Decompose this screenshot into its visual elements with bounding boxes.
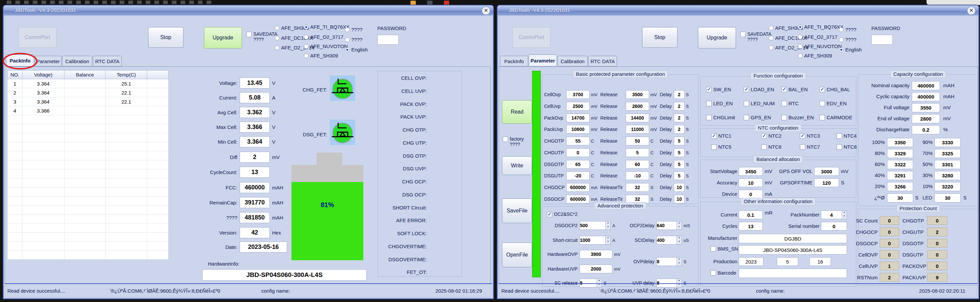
- table-row-empty[interactable]: [8, 224, 169, 232]
- release-input[interactable]: 50: [626, 137, 649, 145]
- table-row-empty[interactable]: [8, 151, 169, 161]
- value-input[interactable]: -20: [566, 172, 590, 180]
- col-balance[interactable]: Balance: [64, 70, 106, 79]
- tab-calibration[interactable]: Calibration: [62, 56, 92, 67]
- radio-selected-icon[interactable]: [798, 25, 802, 29]
- ntc1-checkbox[interactable]: NTC1: [711, 133, 731, 139]
- savefile-button[interactable]: SaveFile: [502, 199, 532, 223]
- ntc3-checkbox[interactable]: NTC3: [800, 133, 820, 139]
- commport-button[interactable]: CommPort: [512, 27, 550, 48]
- stop-button[interactable]: Stop: [148, 27, 183, 48]
- afe-radio-ti-bq76xx[interactable]: AFE_TI_BQ76XX: [304, 24, 350, 30]
- table-row-empty[interactable]: [8, 169, 169, 178]
- release-input[interactable]: 60: [626, 160, 649, 169]
- afe-radio-sh309[interactable]: AFE_SH309: [798, 53, 832, 59]
- ocp2delay-input[interactable]: 640: [657, 221, 682, 230]
- lang-radio-english[interactable]: English: [345, 47, 368, 52]
- soc-input[interactable]: 3220: [935, 182, 961, 191]
- checkbox-icon[interactable]: [781, 101, 787, 106]
- cell-table[interactable]: NO. Voltage) Balance Temp(C) 13.36425.1 …: [7, 70, 169, 259]
- radio-selected-icon[interactable]: [304, 25, 309, 29]
- checkbox-checked-icon[interactable]: [711, 133, 717, 139]
- radio-icon[interactable]: [275, 45, 279, 50]
- checkbox-icon[interactable]: [800, 144, 805, 149]
- release-input[interactable]: 11000: [626, 125, 649, 134]
- soc-input[interactable]: 3330: [935, 138, 961, 147]
- value-input[interactable]: 65: [566, 160, 590, 169]
- checkbox-icon[interactable]: [819, 115, 825, 120]
- func-gps-en[interactable]: GPS_EN: [744, 114, 771, 120]
- afe-radio-ti-bq76xx[interactable]: AFE_TI_BQ76XX: [798, 24, 844, 30]
- checkbox-checked-icon[interactable]: [706, 87, 711, 92]
- table-row[interactable]: 33.36422.1: [8, 97, 169, 106]
- gpsofftime-input[interactable]: 120: [814, 178, 839, 187]
- tab-parameter[interactable]: Parameter: [529, 54, 557, 67]
- tab-rtc-data[interactable]: RTC DATA: [93, 56, 122, 67]
- radio-selected-icon[interactable]: [345, 48, 350, 52]
- device-input[interactable]: 0: [739, 190, 763, 199]
- func-chg-bal[interactable]: CHG_BAL: [819, 86, 850, 92]
- read-button[interactable]: Read: [502, 100, 532, 124]
- ntc8-checkbox[interactable]: NTC8: [837, 144, 857, 149]
- spinner[interactable]: [676, 236, 681, 244]
- col-temp[interactable]: Temp(C): [106, 70, 147, 79]
- delay-input[interactable]: 10: [674, 195, 684, 203]
- table-row-empty[interactable]: [8, 133, 169, 142]
- spinner[interactable]: [605, 236, 610, 244]
- upgrade-button[interactable]: Upgrade: [204, 27, 242, 48]
- value-input[interactable]: 14700: [566, 114, 590, 122]
- bms-sn-checkbox[interactable]: BMS_SN: [711, 246, 738, 251]
- delay-input[interactable]: 2: [674, 102, 684, 111]
- barcode-checkbox[interactable]: Barcode: [711, 270, 737, 276]
- ntc4-checkbox[interactable]: NTC4: [837, 133, 857, 139]
- hardware-ovp-input[interactable]: 3900: [579, 250, 612, 259]
- radio-icon[interactable]: [769, 26, 773, 30]
- delay-input[interactable]: 10: [674, 183, 684, 192]
- gps-off-vol-input[interactable]: 3000: [814, 167, 839, 176]
- close-icon[interactable]: [482, 6, 490, 15]
- radio-icon[interactable]: [798, 35, 802, 40]
- lang-radio-2[interactable]: ????: [839, 37, 856, 43]
- release-input[interactable]: 32: [626, 183, 649, 192]
- table-row-empty[interactable]: [8, 188, 169, 196]
- checkbox-icon[interactable]: [711, 270, 716, 276]
- production-day-input[interactable]: 16: [810, 257, 831, 266]
- delay-input[interactable]: 5: [674, 172, 684, 180]
- value-input[interactable]: 55: [566, 137, 590, 145]
- serial-number-input[interactable]: 0: [821, 222, 847, 230]
- spinner[interactable]: [842, 211, 846, 219]
- release-input[interactable]: 5: [626, 148, 649, 157]
- lang-radio-english[interactable]: English: [839, 47, 862, 52]
- manufacturer-input[interactable]: DGJBD: [739, 234, 847, 243]
- radio-icon[interactable]: [275, 36, 279, 40]
- delay-input[interactable]: 2: [674, 90, 684, 99]
- radio-icon[interactable]: [304, 54, 309, 58]
- cyclic-capacity-input[interactable]: 400000: [912, 92, 940, 101]
- checkbox-icon[interactable]: [837, 133, 842, 139]
- checkbox-icon[interactable]: [761, 144, 767, 149]
- checkbox-checked-icon[interactable]: [547, 212, 552, 217]
- table-row-empty[interactable]: [8, 215, 169, 224]
- table-row-empty[interactable]: [8, 124, 169, 133]
- value-input[interactable]: 2500: [566, 102, 590, 111]
- func-rtc[interactable]: RTC: [781, 100, 799, 106]
- release-input[interactable]: 2600: [626, 102, 649, 111]
- pack-number-input[interactable]: 4: [821, 210, 847, 219]
- checkbox-icon[interactable]: [711, 144, 717, 149]
- value-input[interactable]: 600000: [566, 183, 590, 192]
- factory-checkbox[interactable]: factory????: [503, 136, 524, 147]
- col-voltage[interactable]: Voltage): [22, 70, 64, 79]
- table-row-empty[interactable]: [8, 115, 169, 124]
- table-row-empty[interactable]: [8, 196, 169, 205]
- col-no[interactable]: NO.: [8, 70, 22, 79]
- delay-input[interactable]: 2: [674, 114, 684, 122]
- end-of-voltage-input[interactable]: 2800: [912, 114, 940, 123]
- func-led-en[interactable]: LED_EN: [706, 100, 733, 106]
- table-row-empty[interactable]: [8, 251, 169, 259]
- table-row-empty[interactable]: [8, 232, 169, 242]
- func-load-en[interactable]: LOAD_EN: [744, 86, 774, 92]
- checkbox-checked-icon[interactable]: [761, 133, 767, 139]
- release-input[interactable]: 3500: [626, 90, 649, 99]
- delay-input[interactable]: 5: [674, 148, 684, 157]
- dsgocp2-input[interactable]: 500: [579, 221, 611, 230]
